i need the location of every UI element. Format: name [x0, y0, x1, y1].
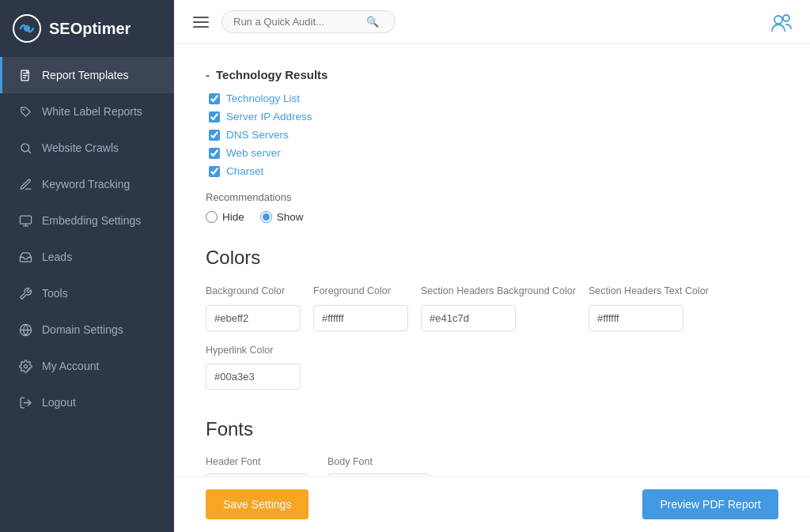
- fonts-section-title: Fonts: [206, 418, 778, 440]
- checkbox-web-server[interactable]: Web server: [209, 147, 778, 159]
- tag-icon: [18, 104, 32, 119]
- pencil-icon: [18, 177, 32, 191]
- preview-pdf-button[interactable]: Preview PDF Report: [642, 489, 778, 519]
- recommendations-label: Recommendations: [206, 191, 778, 203]
- logo-text: SEOptimer: [49, 20, 131, 38]
- main-area: 🔍 - Technology Results Technology List: [174, 0, 810, 532]
- content-area: - Technology Results Technology List Ser…: [174, 44, 810, 476]
- svg-point-1: [24, 25, 30, 32]
- technology-checkbox-list: Technology List Server IP Address DNS Se…: [209, 92, 778, 177]
- svg-point-10: [783, 15, 789, 21]
- sidebar-item-label: My Account: [42, 360, 99, 372]
- color-label-background: Background Color: [206, 285, 301, 299]
- search-bar[interactable]: 🔍: [221, 10, 396, 33]
- header-right: [769, 9, 794, 35]
- sidebar-item-label: White Label Reports: [42, 105, 142, 118]
- color-field-section-text: Section Headers Text Color: [589, 285, 709, 331]
- color-label-foreground: Foreground Color: [313, 285, 408, 299]
- checkbox-dns-servers[interactable]: DNS Servers: [209, 129, 778, 141]
- font-label-body: Body Font: [327, 456, 430, 467]
- color-field-hyperlink: Hyperlink Color: [206, 344, 301, 391]
- color-input-section-bg[interactable]: [421, 305, 516, 331]
- font-label-header: Header Font: [206, 456, 308, 467]
- color-input-background[interactable]: [206, 305, 301, 331]
- header: 🔍: [174, 0, 810, 44]
- sidebar-item-label: Embedding Settings: [42, 214, 141, 227]
- sidebar-item-embedding-settings[interactable]: Embedding Settings: [0, 202, 174, 239]
- color-input-hyperlink[interactable]: [206, 364, 301, 390]
- technology-results-header: - Technology Results: [206, 68, 778, 81]
- sidebar-item-label: Website Crawls: [42, 141, 119, 154]
- color-fields: Background Color Foreground Color Sectio…: [206, 285, 778, 390]
- inbox-icon: [18, 250, 32, 264]
- sidebar-item-logout[interactable]: Logout: [0, 384, 174, 421]
- svg-point-3: [22, 108, 24, 110]
- svg-rect-5: [20, 216, 31, 224]
- footer-actions: Save Settings Preview PDF Report: [174, 476, 810, 532]
- checkbox-server-ip[interactable]: Server IP Address: [209, 111, 778, 123]
- sidebar-item-label: Leads: [42, 251, 72, 263]
- hamburger-menu[interactable]: [190, 13, 212, 31]
- font-field-header: Header Font Roboto ▲: [206, 456, 308, 476]
- settings-icon: [18, 359, 32, 373]
- sidebar-item-report-templates[interactable]: Report Templates: [0, 57, 174, 93]
- document-icon: [18, 68, 32, 82]
- color-input-foreground[interactable]: [313, 305, 408, 331]
- globe-icon: [18, 323, 32, 337]
- save-settings-button[interactable]: Save Settings: [206, 489, 308, 519]
- color-label-section-text: Section Headers Text Color: [589, 285, 709, 299]
- sidebar-item-keyword-tracking[interactable]: Keyword Tracking: [0, 166, 174, 202]
- font-field-body: Body Font Roboto ▲: [327, 456, 430, 476]
- sidebar-item-label: Report Templates: [42, 69, 128, 81]
- sidebar-item-label: Logout: [42, 396, 76, 409]
- color-label-hyperlink: Hyperlink Color: [206, 344, 301, 358]
- color-field-section-bg: Section Headers Background Color: [421, 285, 576, 331]
- checkbox-charset[interactable]: Charset: [209, 165, 778, 177]
- color-input-section-text[interactable]: [589, 305, 683, 331]
- checkbox-technology-list[interactable]: Technology List: [209, 92, 778, 104]
- sidebar-item-label: Keyword Tracking: [42, 178, 130, 191]
- monitor-icon: [18, 213, 32, 228]
- sidebar-item-website-crawls[interactable]: Website Crawls: [0, 130, 174, 166]
- sidebar-item-domain-settings[interactable]: Domain Settings: [0, 311, 174, 348]
- section-dash: -: [206, 68, 210, 81]
- sidebar-item-white-label-reports[interactable]: White Label Reports: [0, 93, 174, 130]
- sidebar-nav: Report Templates White Label Reports Web…: [0, 57, 174, 532]
- search-icon: [18, 141, 32, 155]
- logo: SEOptimer: [0, 0, 174, 57]
- color-label-section-bg: Section Headers Background Color: [421, 285, 576, 299]
- section-title: Technology Results: [216, 68, 327, 81]
- radio-show[interactable]: Show: [260, 211, 304, 223]
- recommendations-radio-group: Hide Show: [206, 211, 778, 223]
- svg-point-9: [774, 16, 782, 24]
- radio-hide[interactable]: Hide: [206, 211, 244, 223]
- colors-section-title: Colors: [206, 247, 778, 269]
- svg-point-7: [24, 364, 27, 368]
- logout-icon: [18, 395, 32, 409]
- sidebar-item-my-account[interactable]: My Account: [0, 348, 174, 384]
- tool-icon: [18, 286, 32, 300]
- sidebar-item-label: Domain Settings: [42, 323, 123, 336]
- sidebar: SEOptimer Report Templates White Label R…: [0, 0, 174, 532]
- sidebar-item-label: Tools: [42, 287, 68, 300]
- color-field-foreground: Foreground Color: [313, 285, 408, 331]
- user-avatar-icon[interactable]: [769, 9, 794, 35]
- sidebar-item-tools[interactable]: Tools: [0, 275, 174, 311]
- font-fields: Header Font Roboto ▲ Body Font Roboto ▲: [206, 456, 778, 476]
- search-input[interactable]: [233, 16, 360, 28]
- search-icon: 🔍: [366, 16, 379, 28]
- color-field-background: Background Color: [206, 285, 301, 331]
- sidebar-item-leads[interactable]: Leads: [0, 239, 174, 275]
